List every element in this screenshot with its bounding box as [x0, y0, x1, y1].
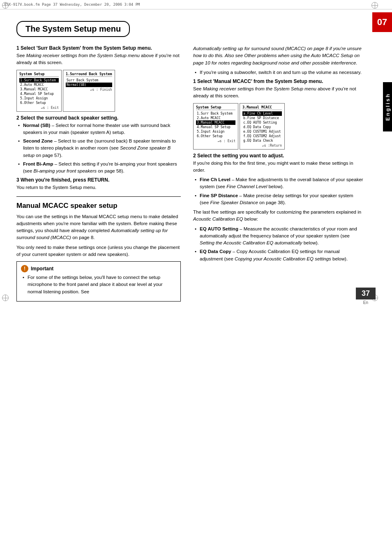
bullet-eq-auto: EQ AUTO Setting – Measure the acoustic c…	[193, 226, 363, 247]
menu-item-manual-sp: 4.Manual SP Setup	[19, 92, 59, 96]
file-info: VSX-917V.book.fm Page 37 Wednesday, Dece…	[0, 0, 392, 9]
right-step2-heading: 2 Select the setting you want to adjust.	[193, 153, 363, 159]
important-title: ! Important	[21, 265, 176, 272]
english-sidebar-label: English	[383, 82, 392, 131]
reg-mark-tr	[371, 2, 380, 10]
main-content: 1 Select 'Surr Back System' from the Sys…	[0, 41, 392, 313]
menu-item-surr-back: 1.Surr Back System	[19, 78, 59, 83]
left-column: 1 Select 'Surr Back System' from the Sys…	[16, 45, 181, 305]
bullet-fine-sp: Fine SP Distance – Make precise delay se…	[193, 192, 363, 207]
reg-mark-tl	[2, 2, 10, 10]
page-footer: 37 En	[356, 288, 376, 305]
right-step1: 1 Select 'Manual MCACC' from the System …	[193, 78, 363, 150]
panel-title-surround: 1.Surround Back System	[66, 72, 112, 77]
menu-item-other-setup: 6.Other Setup	[19, 101, 59, 105]
right-screen-footer-return: ↵s :Return	[242, 144, 282, 147]
page-title: The System Setup menu	[16, 21, 130, 37]
screen-footer-finish: ↵s : Finish	[66, 88, 112, 92]
right-subwoofer-bullet: If you're using a subwoofer, switch it o…	[193, 69, 363, 76]
mcacc-eq-custom2: f.EQ CUSTOM2 Adjust	[242, 134, 282, 138]
bullet-fine-ch: Fine Ch Level – Make fine adjustments to…	[193, 176, 363, 191]
screen-panel-surr-back: 1.Surround Back System Surr Back System …	[63, 70, 115, 112]
bullet-second-zone: Second Zone – Select to use the (surroun…	[16, 138, 181, 159]
mcacc-eq-check: g.EQ Data Check	[242, 138, 282, 143]
page-header: The System Setup menu	[0, 9, 392, 41]
bullet-eq-copy: EQ Data Copy – Copy Acoustic Calibration…	[193, 248, 363, 263]
right-step1-heading: 1 Select 'Manual MCACC' from the System …	[193, 78, 363, 84]
panel-title-manual-mcacc: 3.Manual MCACC	[242, 105, 282, 110]
left-step3-heading: 3 When you're finished, press RETURN.	[16, 177, 181, 183]
left-step2: 2 Select the surround back speaker setti…	[16, 115, 181, 175]
eq-bullet-list: EQ AUTO Setting – Measure the acoustic c…	[193, 226, 363, 263]
right-column: Automatically setting up for surround so…	[193, 45, 376, 305]
left-step3-body: You return to the System Setup menu.	[16, 184, 181, 191]
right-menu-manual-mcacc: 3.Manual MCACC	[196, 120, 235, 125]
important-box: ! Important For some of the settings bel…	[16, 261, 181, 302]
menu-item-manual-mcacc: 3.Manual MCACC	[19, 87, 59, 92]
eq-intro: The last five settings are specifically …	[193, 209, 363, 223]
right-menu-other: 6.Other Setup	[196, 134, 235, 138]
manual-mcacc-intro2: You only need to make these settings onc…	[16, 244, 181, 258]
left-step1-body: See Making receiver settings from the Sy…	[16, 52, 181, 67]
right-menu-auto: 2.Auto MCACC	[196, 116, 235, 120]
screen-panel-system-setup: System Setup 1.Surr Back System 2.Auto M…	[16, 70, 62, 112]
right-screen-footer-exit: ↵s : Exit	[196, 139, 235, 143]
mcacc-eq-auto: c.EQ AUTO Setting	[242, 120, 282, 125]
reg-mark-bl	[2, 295, 10, 303]
screen-mockup-2: System Setup 1.Surr Back System 2.Auto M…	[193, 103, 363, 150]
right-menu-manual-sp: 4.Manual SP Setup	[196, 125, 235, 129]
screen-mockup-1: System Setup 1.Surr Back System 2.Auto M…	[16, 70, 181, 112]
manual-mcacc-intro1: You can use the settings in the Manual M…	[16, 213, 181, 242]
left-step1: 1 Select 'Surr Back System' from the Sys…	[16, 45, 181, 112]
menu-item-input-assign: 5.Input Assign	[19, 96, 59, 101]
important-list: For some of the settings below, you'll h…	[21, 274, 176, 295]
panel-title-setup-right: System Setup	[196, 105, 235, 110]
important-bullet: For some of the settings below, you'll h…	[21, 274, 176, 295]
manual-mcacc-section: Manual MCACC speaker setup You can use t…	[16, 202, 181, 302]
right-step2: 2 Select the setting you want to adjust.…	[193, 153, 363, 263]
right-menu-surr: 1.Surr Back System	[196, 111, 235, 116]
left-step2-list: Normal (SB) – Select for normal home the…	[16, 122, 181, 175]
mcacc-eq-copy: d.EQ Data Copy	[242, 125, 282, 129]
right-intro-italic: Automatically setting up for surround so…	[193, 45, 363, 67]
page-lang: En	[363, 300, 368, 305]
panel-title-setup: System Setup	[19, 72, 59, 77]
mcacc-eq-custom1: e.EQ CUSTOM1 Adjust	[242, 129, 282, 134]
bullet-normal-sb: Normal (SB) – Select for normal home the…	[16, 122, 181, 136]
manual-mcacc-heading: Manual MCACC speaker setup	[16, 202, 181, 210]
mcacc-fine-sp: b.Fine SP Distance	[242, 116, 282, 120]
mcacc-fine-ch: a.Fine Ch Level	[242, 111, 282, 116]
screen-panel-manual-mcacc: 3.Manual MCACC a.Fine Ch Level b.Fine SP…	[240, 103, 285, 150]
right-subwoofer-list: If you're using a subwoofer, switch it o…	[193, 69, 363, 76]
left-step2-heading: 2 Select the surround back speaker setti…	[16, 115, 181, 121]
page-number: 37	[356, 288, 376, 299]
bullet-front-bi-amp: Front Bi-Amp – Select this setting if yo…	[16, 161, 181, 175]
right-menu-input: 5.Input Assign	[196, 129, 235, 134]
section-divider	[16, 196, 181, 197]
left-step3: 3 When you're finished, press RETURN. Yo…	[16, 177, 181, 191]
left-step1-heading: 1 Select 'Surr Back System' from the Sys…	[16, 45, 181, 51]
screen-panel-setup-right: System Setup 1.Surr Back System 2.Auto M…	[193, 103, 238, 150]
surr-back-system-label: Surr Back System	[66, 78, 112, 83]
right-step2-intro: If you're doing this for the first time,…	[193, 160, 363, 174]
right-step2-list: Fine Ch Level – Make fine adjustments to…	[193, 176, 363, 206]
important-icon: !	[21, 265, 28, 272]
right-step1-body: See Making receiver settings from the Sy…	[193, 85, 363, 100]
normal-sb-selected: Normal(SB)	[66, 83, 112, 87]
screen-footer-exit: ↵s : Exit	[19, 106, 59, 110]
menu-item-auto-mcacc: 2.Auto MCACC	[19, 83, 59, 87]
